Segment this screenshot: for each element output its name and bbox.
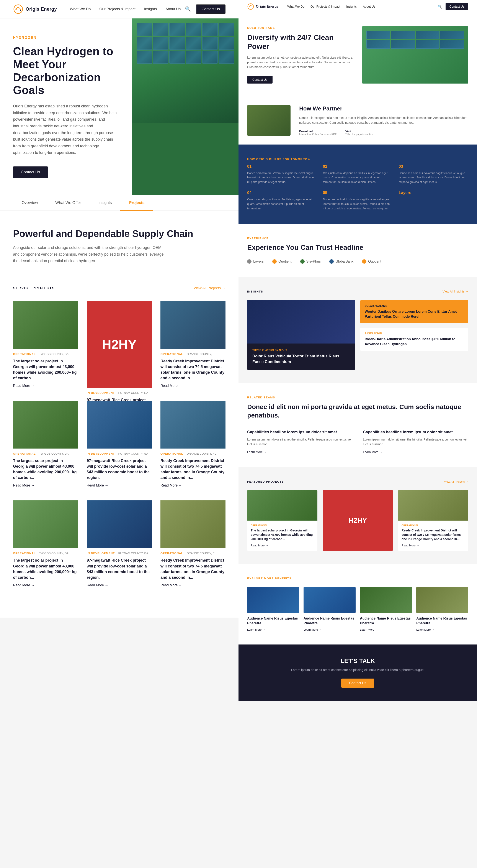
rp-contact-button[interactable]: Contact Us	[446, 3, 468, 10]
rp-explore-img-4	[416, 587, 468, 613]
project-tag-8: IN DEVELOPMENT	[87, 552, 115, 555]
project-tag-5: IN DEVELOPMENT	[87, 452, 115, 455]
rp-featured-section: FEATURED PROJECTS View All Projects → OP…	[238, 467, 477, 564]
nav-link-about[interactable]: About Us	[165, 7, 181, 11]
project-county-2: PUTNAM COUNTY, GA	[118, 391, 148, 395]
rp-featured-card-title-1: The largest solar project in Georgia wil…	[251, 528, 314, 541]
rp-nav-link-4[interactable]: About Us	[363, 5, 375, 8]
contact-button[interactable]: Contact Us	[196, 4, 226, 14]
rp-hero-tag: SOLUTION NAME	[247, 26, 353, 30]
rp-nav-logo[interactable]: Origis Energy	[247, 3, 279, 10]
read-more-6[interactable]: Read More →	[161, 484, 226, 487]
rp-explore-learn-2[interactable]: Learn More →	[304, 628, 321, 631]
project-tag-6: OPERATIONAL	[161, 452, 183, 455]
project-image-1	[13, 301, 78, 349]
nav-logo[interactable]: Origis Energy	[13, 4, 57, 14]
rp-search-icon[interactable]: 🔍	[438, 5, 442, 9]
table-row: OPERATIONAL TWIGGS COUNTY, GA The larges…	[13, 401, 78, 487]
rp-partner-image	[247, 105, 291, 135]
project-image-4	[13, 401, 78, 448]
project-title-1: The largest solar project in Georgia wil…	[13, 358, 78, 381]
svg-point-2	[20, 10, 21, 11]
rp-explore-grid: Audience Name Risus Egestas Pharetra Lea…	[247, 587, 468, 631]
project-tag-3: OPERATIONAL	[161, 352, 183, 356]
read-more-5[interactable]: Read More →	[87, 484, 152, 487]
rp-insight-side-title: Biden-Harris Administration Announces $7…	[365, 337, 464, 346]
project-county-1: TWIGGS COUNTY, GA	[39, 352, 69, 356]
read-more-3[interactable]: Read More →	[161, 384, 226, 388]
rp-exp-tag: EXPERIENCE	[247, 237, 468, 240]
read-more-4[interactable]: Read More →	[13, 484, 78, 487]
rp-hero-section: SOLUTION NAME Diversify with 24/7 Clean …	[238, 13, 477, 97]
logo-icon	[13, 4, 24, 14]
project-tag-9: OPERATIONAL	[161, 552, 183, 555]
rp-learn-more-2[interactable]: Learn More →	[363, 450, 382, 454]
list-item: Audience Name Risus Egestas Pharetra Lea…	[304, 587, 355, 631]
rp-explore-learn-3[interactable]: Learn More →	[360, 628, 378, 631]
rp-nav-link-3[interactable]: Insights	[346, 5, 357, 8]
read-more-8[interactable]: Read More →	[87, 583, 152, 587]
project-grid-row1: OPERATIONAL TWIGGS COUNTY, GA The larges…	[13, 301, 226, 388]
rp-featured-view-all[interactable]: View All Projects →	[444, 480, 468, 483]
rp-hero-image	[362, 26, 468, 84]
rp-featured-card-read-1[interactable]: Read More →	[251, 544, 268, 547]
project-image-3	[161, 301, 226, 349]
supply-chain-section: Powerful and Dependable Supply Chain Alo…	[0, 211, 238, 277]
table-row: OPERATIONAL ORANGE COUNTY, FL Reedy Cree…	[161, 500, 226, 587]
layers-icon	[247, 259, 251, 264]
rp-step-num-3: 03	[399, 164, 468, 169]
rp-visit-sub: Title of a page in section	[345, 133, 374, 136]
globalbank-icon	[329, 259, 334, 264]
table-row: OPERATIONAL TWIGGS COUNTY, GA The larges…	[13, 500, 78, 587]
hero-cta-button[interactable]: Contact Us	[13, 166, 48, 178]
project-county-7: TWIGGS COUNTY, GA	[39, 552, 69, 555]
rp-learn-more-1[interactable]: Learn More →	[247, 450, 267, 454]
rp-footer: LET'S TALK Lorem ipsum dolor sit amet co…	[238, 645, 477, 701]
nav-link-insights[interactable]: Insights	[144, 7, 157, 11]
rp-builds-tag: HOW ORIGIS BUILDS FOR TOMORROW	[247, 158, 468, 161]
project-image-2: H2HY	[87, 301, 152, 388]
rp-insights-view-all[interactable]: View All Insights →	[443, 290, 468, 293]
tab-insights[interactable]: Insights	[90, 195, 120, 211]
project-title-9: Reedy Creek Improvement District will co…	[161, 557, 226, 580]
list-item: Layers	[399, 190, 468, 211]
project-tag-7: OPERATIONAL	[13, 552, 36, 555]
tab-overview[interactable]: Overview	[13, 195, 46, 211]
projects-label: SERVICE PROJECTS	[13, 286, 55, 290]
tab-what-we-offer[interactable]: What We Offer	[46, 195, 90, 211]
rp-step-num-4: 04	[247, 190, 317, 195]
rp-explore-title-2: Audience Name Risus Egestas Pharetra	[304, 616, 355, 625]
table-row: OPERATIONAL ORANGE COUNTY, FL Reedy Cree…	[161, 301, 226, 388]
rp-download-sub: Interactive Policy Summary PDF	[299, 133, 337, 136]
svg-point-4	[249, 6, 249, 7]
rp-featured-card-img-2: H2HY	[322, 490, 393, 551]
rp-nav-link-1[interactable]: What We Do	[287, 5, 304, 8]
rp-insight-side-card: BIDEN ADMIN Biden-Harris Administration …	[360, 328, 468, 351]
rp-featured-label: FEATURED PROJECTS	[247, 480, 284, 483]
rp-partner-desc: Donec ullamcorper nulla non metus auctor…	[299, 116, 468, 125]
rp-builds-grid: 01 Donec sed odio dui. Vivamus sagittis …	[247, 164, 468, 211]
hero-image-container	[132, 19, 238, 195]
rp-visit-label[interactable]: Visit	[345, 129, 374, 133]
read-more-7[interactable]: Read More →	[13, 583, 78, 587]
rp-related-grid: Capabilities headline lorem ipsum dolor …	[247, 430, 468, 454]
rp-explore-learn-1[interactable]: Learn More →	[247, 628, 265, 631]
nav-link-what-we-do[interactable]: What We Do	[70, 7, 91, 11]
search-icon[interactable]: 🔍	[185, 6, 191, 12]
rp-explore-learn-4[interactable]: Learn More →	[416, 628, 434, 631]
rp-insights-header: INSIGHTS View All Insights →	[247, 290, 468, 293]
tab-projects[interactable]: Projects	[120, 195, 153, 211]
read-more-1[interactable]: Read More →	[13, 384, 78, 388]
read-more-9[interactable]: Read More →	[161, 583, 226, 587]
rp-insight-main-image	[247, 300, 355, 343]
rp-featured-card-read-3[interactable]: Read More →	[402, 544, 419, 547]
rp-nav-link-2[interactable]: Our Projects & Impact	[310, 5, 340, 8]
table-row: OPERATIONAL TWIGGS COUNTY, GA The larges…	[13, 301, 78, 388]
rp-partner-logo-sisyphus: SisyPhus	[300, 259, 321, 264]
rp-hero-desc: Lorem ipsum dolor sit amet, consectetur …	[247, 55, 353, 70]
rp-download-label[interactable]: Download	[299, 129, 337, 133]
nav-link-projects[interactable]: Our Projects & Impact	[99, 7, 135, 11]
rp-footer-cta-button[interactable]: Contact Us	[341, 679, 374, 688]
rp-hero-cta-button[interactable]: Contact Us	[247, 76, 273, 84]
view-all-projects-link[interactable]: View All Projects →	[194, 286, 226, 290]
